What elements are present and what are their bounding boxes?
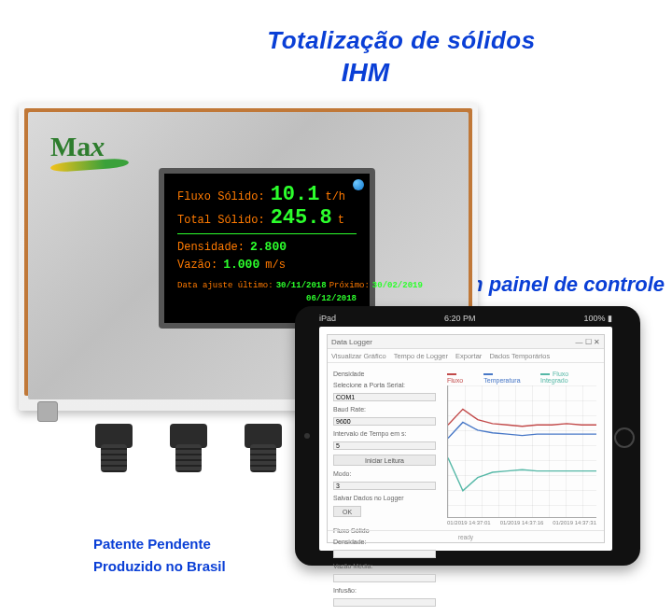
window-titlebar[interactable]: Data Logger — ☐ ✕ — [328, 335, 604, 349]
out-inf-label: Infusão: — [333, 587, 436, 594]
adjust-label: Data ajuste último: — [177, 281, 273, 290]
mode-label: Modo: — [333, 470, 436, 477]
tab-dados[interactable]: Dados Temporários — [489, 352, 550, 360]
chart-series-line — [448, 458, 596, 491]
out-dens-field[interactable] — [333, 550, 436, 558]
lcd-row-total: Total Sólido: 245.8 t — [177, 206, 357, 230]
ok-button[interactable]: OK — [333, 506, 361, 517]
serial-port-label: Selecione a Porta Serial: — [333, 382, 436, 388]
heading-main: Totalização de sólidos — [0, 26, 672, 55]
ihm-brand-logo: Max — [50, 131, 105, 162]
tab-tempo[interactable]: Tempo de Logger — [394, 352, 448, 360]
tablet-home-button[interactable] — [614, 427, 635, 448]
vazao-unit: m/s — [265, 259, 286, 272]
legend-temperatura: Temperatura — [483, 371, 531, 384]
chart-legend: Fluxo Temperatura Fluxo Integrado — [441, 367, 596, 384]
section-densidade: Densidade — [333, 371, 436, 377]
app-tabs: Visualizar Gráfico Tempo de Logger Expor… — [328, 349, 604, 363]
next-value: 30/02/2019 — [372, 281, 423, 290]
lcd-clock: 06/12/2018 — [177, 294, 357, 303]
vazao-value: 1.000 — [223, 258, 259, 272]
start-read-button[interactable]: Iniciar Leitura — [333, 455, 436, 466]
window-controls: — ☐ ✕ — [576, 338, 600, 346]
legend-fluxo-int: Fluxo Integrado — [540, 371, 596, 384]
next-label: Próximo: — [329, 281, 370, 290]
chart-panel: Fluxo Temperatura Fluxo Integrado 01/201… — [441, 363, 604, 529]
out-vazao-label: Vazão Média: — [333, 563, 436, 569]
out-vazao-field[interactable] — [333, 574, 436, 582]
app-body: Densidade Selecione a Porta Serial: Baud… — [328, 363, 604, 529]
densidade-value: 2.800 — [250, 240, 287, 254]
chart-series-line — [448, 409, 596, 426]
tablet-screen[interactable]: Data Logger — ☐ ✕ Visualizar Gráfico Tem… — [319, 327, 612, 551]
control-panel-tablet: iPad 6:20 PM 100% ▮ Data Logger — ☐ ✕ Vi… — [295, 306, 640, 566]
status-left: iPad — [319, 314, 336, 323]
densidade-label: Densidade: — [177, 241, 245, 254]
baud-label: Baud Rate: — [333, 406, 436, 413]
tablet-camera-icon — [304, 433, 310, 439]
adjust-value: 30/11/2018 — [276, 281, 327, 290]
window-max-button[interactable]: ☐ — [585, 338, 592, 346]
window-min-button[interactable]: — — [576, 338, 583, 346]
out-inf-field[interactable] — [333, 598, 436, 607]
tab-exportar[interactable]: Exportar — [455, 352, 482, 360]
lcd-row-densidade: Densidade: 2.800 — [177, 240, 357, 254]
chart-x-axis: 01/2019 14:37:01 01/2019 14:37:16 01/201… — [447, 520, 596, 525]
fluxo-unit: t/h — [325, 190, 345, 203]
xaxis-tick: 01/2019 14:37:01 — [447, 520, 491, 525]
serial-port-input[interactable] — [333, 393, 436, 401]
tab-visualizar[interactable]: Visualizar Gráfico — [331, 352, 386, 360]
legend-fluxo: Fluxo — [447, 371, 474, 384]
mode-input[interactable] — [333, 482, 436, 490]
lcd-row-adjust: Data ajuste último: 30/11/2018 Próximo: … — [177, 281, 357, 290]
status-right: 100% ▮ — [583, 314, 612, 323]
total-unit: t — [338, 214, 344, 227]
tablet-statusbar: iPad 6:20 PM 100% ▮ — [319, 312, 612, 325]
status-center: 6:20 PM — [444, 314, 476, 323]
cable-gland-icon — [93, 424, 134, 472]
interval-input[interactable] — [333, 441, 436, 450]
cable-gland-icon — [243, 424, 284, 472]
total-value: 245.8 — [271, 206, 332, 230]
brand-suffix: x — [91, 131, 105, 161]
footer-line-1: Patente Pendente — [93, 536, 211, 552]
lcd-row-vazao: Vazão: 1.000 m/s — [177, 258, 357, 272]
lcd-divider — [177, 233, 357, 234]
chart-area[interactable] — [447, 385, 596, 518]
fluxo-value: 10.1 — [271, 183, 320, 206]
window-close-button[interactable]: ✕ — [594, 338, 600, 346]
cable-gland-icon — [168, 424, 209, 472]
fluxo-label: Fluxo Sólido: — [177, 190, 265, 203]
footer-line-2: Produzido no Brasil — [93, 558, 226, 574]
mount-screw-icon — [37, 401, 58, 422]
window-title: Data Logger — [331, 338, 372, 346]
xaxis-tick: 01/2019 14:37:31 — [553, 520, 596, 525]
total-label: Total Sólido: — [177, 214, 265, 227]
activity-led-icon — [353, 179, 364, 190]
baud-input[interactable] — [333, 417, 436, 426]
vazao-label: Vazão: — [177, 259, 217, 272]
brand-prefix: Ma — [50, 131, 91, 161]
app-statusbar: ready — [328, 530, 604, 542]
interval-label: Intervalo de Tempo em s: — [333, 430, 436, 437]
app-status-msg: ready — [458, 534, 473, 540]
datalogger-window: Data Logger — ☐ ✕ Visualizar Gráfico Tem… — [327, 334, 605, 543]
xaxis-tick: 01/2019 14:37:16 — [500, 520, 544, 525]
ihm-lcd-screen[interactable]: Fluxo Sólido: 10.1 t/h Total Sólido: 245… — [159, 168, 375, 329]
settings-form: Densidade Selecione a Porta Serial: Baud… — [328, 363, 441, 529]
heading-sub: IHM — [0, 58, 672, 88]
save-logger-label: Salvar Dados no Logger — [333, 495, 436, 501]
lcd-row-fluxo: Fluxo Sólido: 10.1 t/h — [177, 183, 357, 206]
chart-svg — [448, 385, 596, 517]
